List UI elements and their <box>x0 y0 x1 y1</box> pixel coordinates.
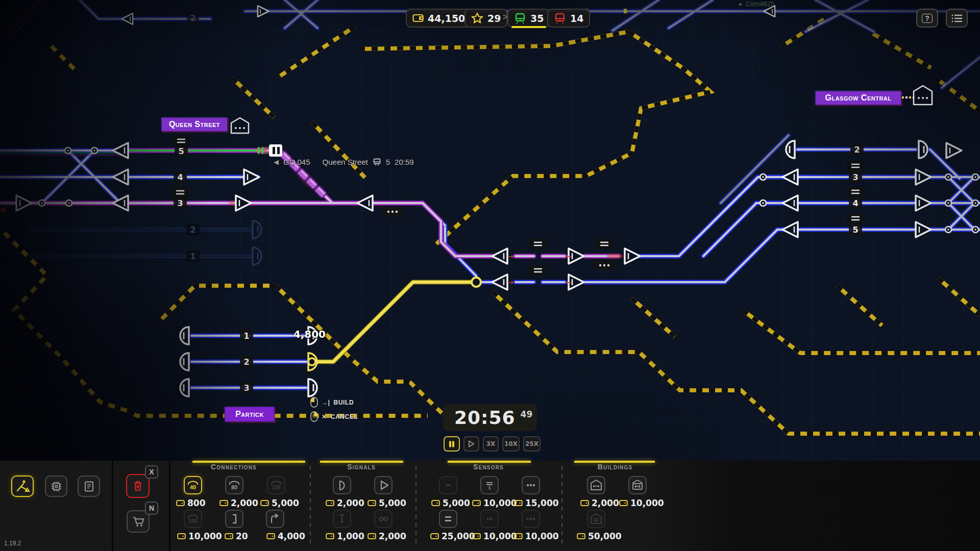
price-tag: 800 <box>176 498 206 508</box>
tool-sensor-two-dots[interactable] <box>480 510 499 528</box>
buffer-cap[interactable] <box>180 379 189 396</box>
cancel-label: CANCEL <box>331 413 358 420</box>
platform-number: 2 <box>243 357 249 367</box>
build-key-glyph: →| <box>322 399 330 406</box>
speed-3x-button[interactable]: 3X <box>483 436 499 452</box>
cancel-tooltip: ✕ CANCEL <box>310 411 358 422</box>
track-map-canvas[interactable]: 5 4 3 2 1 2 2 3 4 5 1 2 3 → ← → ← <box>0 0 980 461</box>
cancel-key-glyph: ✕ <box>322 413 327 420</box>
tool-double-signal[interactable] <box>374 510 393 528</box>
tool-sensor-equals[interactable] <box>439 510 457 528</box>
help-button[interactable]: ? <box>916 9 938 28</box>
trains-active-badge[interactable]: 35 <box>507 9 550 28</box>
svg-text:120: 120 <box>272 485 281 490</box>
tool-switch-curve[interactable] <box>266 510 284 528</box>
speed-10x-button[interactable]: 10X <box>502 436 520 452</box>
journal-mode-button[interactable] <box>78 475 100 497</box>
buffer-cap[interactable] <box>308 379 317 396</box>
tool-sensor-three-dots-b[interactable] <box>522 510 540 528</box>
money-badge[interactable]: 44,150 <box>406 9 472 28</box>
active-underline <box>511 26 546 28</box>
play-button[interactable] <box>463 436 479 452</box>
section-divider <box>310 466 311 546</box>
buffer-cap[interactable] <box>786 141 795 158</box>
station-house-icon[interactable] <box>912 84 934 107</box>
build-tooltip: →| BUILD <box>310 397 354 408</box>
menu-list-icon <box>951 14 963 23</box>
track-map[interactable]: 5 4 3 2 1 2 2 3 4 5 1 2 3 → ← → ← <box>0 0 980 461</box>
tool-connection-120[interactable]: 120 <box>267 476 285 494</box>
station-label-glasgow-central[interactable]: Glasgow Central <box>815 91 901 105</box>
buffer-cap[interactable] <box>180 353 189 370</box>
tool-connection-40[interactable]: 40 <box>184 476 202 494</box>
build-mode-button[interactable] <box>11 475 34 497</box>
tool-connection-200[interactable]: 200 <box>184 510 202 528</box>
signal-d-icon <box>335 479 349 492</box>
sensor-icon[interactable] <box>382 207 403 216</box>
clock-time: 20:56 <box>454 409 516 427</box>
help-icon: ? <box>922 14 933 23</box>
station-label-queen-street[interactable]: Queen Street <box>161 117 228 132</box>
price-tag: 5,000 <box>431 498 470 508</box>
price-tag: 50,000 <box>577 531 622 541</box>
double-circle-icon <box>377 512 390 525</box>
pause-button[interactable] <box>444 436 460 452</box>
tool-connection-80[interactable]: 80 <box>225 476 243 494</box>
bridge-80-icon: 80 <box>228 479 241 492</box>
price-tag: 10,000 <box>619 498 664 508</box>
station-label-partick[interactable]: Partick <box>225 407 275 422</box>
train-id: GO 045 <box>283 158 310 166</box>
tool-sensor-lines[interactable]: 1 <box>480 476 499 494</box>
svg-text:80: 80 <box>231 484 237 490</box>
platform-number-ghost: 1 <box>190 252 195 261</box>
circuits-mode-button[interactable] <box>45 475 67 497</box>
construction-worker-icon <box>15 479 30 493</box>
svg-text:200: 200 <box>189 518 198 524</box>
tool-buffer-stop[interactable] <box>225 510 243 528</box>
tool-gantry-signal[interactable] <box>333 510 351 528</box>
platform-number-ghost: 2 <box>190 225 195 235</box>
build-node[interactable] <box>472 278 481 287</box>
buffer-cap[interactable] <box>180 327 189 344</box>
station-house-icon[interactable] <box>229 116 251 135</box>
stars-badge[interactable]: 29 <box>464 9 507 28</box>
buffer-cap-ghost[interactable] <box>253 247 261 265</box>
tool-auto-signal[interactable] <box>374 476 393 494</box>
train-platform: 5 <box>386 158 390 166</box>
buffer-cap-highlighted[interactable] <box>308 353 317 370</box>
direction-arrow: → <box>507 252 513 260</box>
dash-icon <box>442 479 455 492</box>
trains-active-value: 35 <box>530 13 544 24</box>
speed-25x-button[interactable]: 25X <box>523 436 541 452</box>
svg-text:40: 40 <box>190 484 196 490</box>
buffer-cap[interactable] <box>919 141 927 158</box>
tool-station-extension[interactable] <box>628 476 647 494</box>
platform-number: 1 <box>243 331 249 341</box>
clock-panel: 20:56 49 <box>443 404 537 431</box>
section-divider <box>561 466 562 546</box>
price-tag: 20 <box>225 531 248 541</box>
bridge-200-icon: 200 <box>186 512 200 525</box>
tool-sensor-single[interactable] <box>439 476 457 494</box>
trains-inactive-badge[interactable]: 14 <box>547 9 590 28</box>
menu-button[interactable] <box>946 9 968 28</box>
train-info[interactable]: ◀ GO 045 Queen Street 5 20:59 <box>274 158 414 166</box>
tool-sensor-dots[interactable] <box>522 476 540 494</box>
mouse-left-icon <box>310 397 318 408</box>
tool-platform[interactable] <box>587 476 605 494</box>
bracket-icon <box>228 512 241 525</box>
two-dots-icon <box>483 512 496 525</box>
tool-signal[interactable] <box>333 476 351 494</box>
sensor-icon[interactable] <box>594 261 615 270</box>
platform-number: 5 <box>178 146 184 156</box>
toolbar-divider <box>169 461 170 551</box>
train-destination: Queen Street <box>323 158 368 166</box>
version-label: 1.19.2 <box>4 540 21 547</box>
buffer-cap-ghost[interactable] <box>253 221 261 238</box>
platform-number: 4 <box>177 172 183 182</box>
trains-inactive-value: 14 <box>570 13 583 24</box>
back-arrow-icon[interactable]: ◀ <box>274 158 279 166</box>
train-red-icon <box>554 13 566 24</box>
tool-depot[interactable] <box>587 510 605 528</box>
platform-number: 5 <box>852 225 858 235</box>
